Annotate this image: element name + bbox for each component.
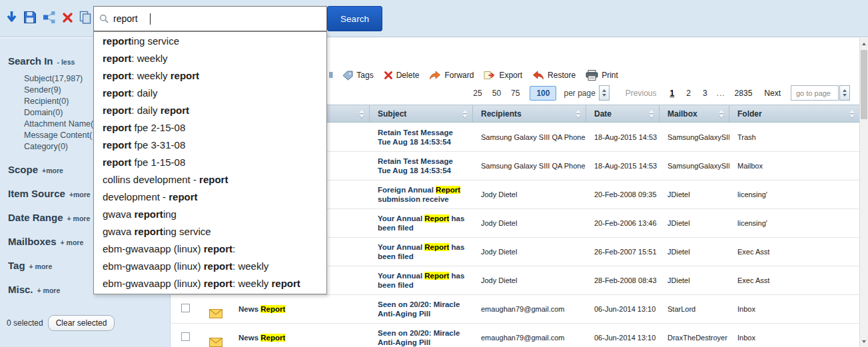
action-label: Delete <box>396 71 420 80</box>
row-select-cell <box>171 295 201 323</box>
autocomplete-suggestion[interactable]: development - report <box>94 188 326 206</box>
autocomplete-suggestion[interactable]: ebm-gwavaapp (linux) report: weekly <box>94 258 326 275</box>
date-cell: 06-Jun-2014 13:10 <box>586 324 659 347</box>
action-label: Tags <box>356 71 373 80</box>
section-title-label: Item Source <box>8 188 65 199</box>
search-box <box>93 6 327 31</box>
action-label: Restore <box>548 71 576 80</box>
autocomplete-suggestion[interactable]: report fpe 2-15-08 <box>94 119 326 137</box>
selected-count: 0 selected <box>7 318 43 328</box>
copy-icon[interactable] <box>79 11 91 24</box>
autocomplete-suggestion[interactable]: ebm-gwavaapp (linux) report: <box>94 240 326 258</box>
recipients-cell: Jody Dietel <box>473 180 586 208</box>
column-header-folder[interactable]: Folder <box>729 105 859 122</box>
section-toggle: + more <box>67 214 91 222</box>
page-size-25[interactable]: 25 <box>473 89 482 98</box>
page-size-75[interactable]: 75 <box>511 89 520 98</box>
subject-cell: Your Annual Report has been filed <box>370 266 473 294</box>
envelope-icon <box>209 304 222 323</box>
selection-footer: 0 selected Clear selected <box>7 315 115 331</box>
mailbox-cell: DraxTheDestroyer <box>659 324 729 347</box>
message-row[interactable]: News ReportSeen on 20/20: Miracle Anti-A… <box>171 324 859 347</box>
section-toggle: - less <box>57 58 75 66</box>
autocomplete-suggestion[interactable]: report: weekly <box>94 50 326 67</box>
section-toggle: +more <box>69 190 91 198</box>
autocomplete-suggestion[interactable]: report fpe 1-15-08 <box>94 154 326 171</box>
subject-cell: Retain Test Message Tue Aug 18 14:53:54 <box>370 123 473 151</box>
download-icon[interactable] <box>6 11 17 24</box>
page-size-100[interactable]: 100 <box>530 86 556 101</box>
column-label: Folder <box>737 109 762 119</box>
sender-cell: News Report <box>230 295 370 323</box>
recipients-cell: emaughan79@gmail.com <box>473 324 586 347</box>
column-header-date[interactable]: Date <box>586 105 659 122</box>
subject-cell: Seen on 20/20: Miracle Anti-Aging Pill <box>370 324 473 347</box>
go-to-page-input[interactable] <box>791 85 839 101</box>
scroll-up-button[interactable] <box>860 39 868 49</box>
save-icon[interactable] <box>23 11 37 24</box>
autocomplete-suggestion[interactable]: report: weekly report <box>94 67 326 85</box>
autocomplete-suggestion[interactable]: reporting service <box>94 33 326 50</box>
recipients-cell: Jody Dietel <box>473 209 586 237</box>
page-number-2[interactable]: 2 <box>686 89 691 98</box>
go-to-page-stepper[interactable] <box>839 85 850 101</box>
mailbox-cell: JDietel <box>659 180 729 208</box>
clear-selected-button[interactable]: Clear selected <box>48 315 115 331</box>
scroll-down-button[interactable] <box>860 336 868 346</box>
column-label: Subject <box>378 109 406 119</box>
delete-icon[interactable] <box>62 12 73 23</box>
section-toggle: + more <box>29 262 53 270</box>
delete-button[interactable]: Delete <box>384 71 420 80</box>
mailbox-cell: JDietel <box>659 266 729 294</box>
search-input[interactable] <box>113 13 145 24</box>
subject-cell: Your Annual Report has been filed <box>370 238 473 266</box>
truncated-toolbar-text[interactable]: ll <box>329 71 332 80</box>
autocomplete-suggestion[interactable]: report fpe 3-31-08 <box>94 137 326 154</box>
subject-cell: Seen on 20/20: Miracle Anti-Aging Pill <box>370 295 473 323</box>
autocomplete-suggestion[interactable]: collins development - report <box>94 171 326 188</box>
print-button[interactable]: Print <box>586 70 618 81</box>
autocomplete-suggestion[interactable]: report: daily report <box>94 102 326 119</box>
forward-button[interactable]: Forward <box>429 71 474 80</box>
page-number-1[interactable]: 1 <box>670 89 675 98</box>
sort-arrows-icon <box>462 110 468 118</box>
row-checkbox[interactable] <box>181 332 190 341</box>
recipients-cell: Samsung Galaxy SIII QA Phone <box>473 152 586 180</box>
search-button[interactable]: Search <box>327 6 382 31</box>
message-row[interactable]: News ReportSeen on 20/20: Miracle Anti-A… <box>171 295 859 324</box>
action-label: Export <box>499 71 522 80</box>
scrollbar-thumb[interactable] <box>861 50 867 119</box>
export-button[interactable]: Export <box>484 71 522 80</box>
folder-cell: Inbox <box>729 295 859 323</box>
printer-icon <box>586 70 598 81</box>
sort-arrows-icon <box>649 110 654 118</box>
restore-button[interactable]: Restore <box>532 71 576 80</box>
page-number-2835[interactable]: 2835 <box>735 89 753 98</box>
autocomplete-suggestion[interactable]: ebm-gwavaapp (linux) report: weekly repo… <box>94 275 326 292</box>
text-caret <box>150 13 151 25</box>
column-header-mailbox[interactable]: Mailbox <box>659 105 729 122</box>
row-checkbox[interactable] <box>181 304 190 312</box>
column-header-recipients[interactable]: Recipients <box>473 105 586 122</box>
per-page-stepper[interactable] <box>599 85 610 101</box>
next-page-button[interactable]: Next <box>764 89 781 98</box>
vertical-scrollbar[interactable] <box>859 38 868 347</box>
page-number-3[interactable]: 3 <box>703 89 707 98</box>
page-size-50[interactable]: 50 <box>492 89 501 98</box>
autocomplete-suggestion[interactable]: gwava reporting <box>94 206 326 223</box>
tags-button[interactable]: Tags <box>342 71 373 81</box>
delete-x-icon <box>384 71 393 80</box>
sort-arrows-icon <box>576 110 581 118</box>
previous-page-button[interactable]: Previous <box>626 89 657 98</box>
folder-cell: Trash <box>729 123 859 151</box>
share-icon[interactable] <box>43 11 56 24</box>
envelope-icon <box>209 332 222 347</box>
search-icon <box>99 14 109 23</box>
row-type-cell <box>201 324 230 347</box>
autocomplete-suggestion[interactable]: report: daily <box>94 85 326 102</box>
autocomplete-suggestion[interactable]: gwava reporting service <box>94 223 326 240</box>
recipients-cell: Samsung Galaxy SIII QA Phone <box>473 123 586 151</box>
column-header-subject[interactable]: Subject <box>370 105 473 122</box>
mailbox-cell: JDietel <box>659 209 729 237</box>
section-toggle: + more <box>61 238 84 246</box>
